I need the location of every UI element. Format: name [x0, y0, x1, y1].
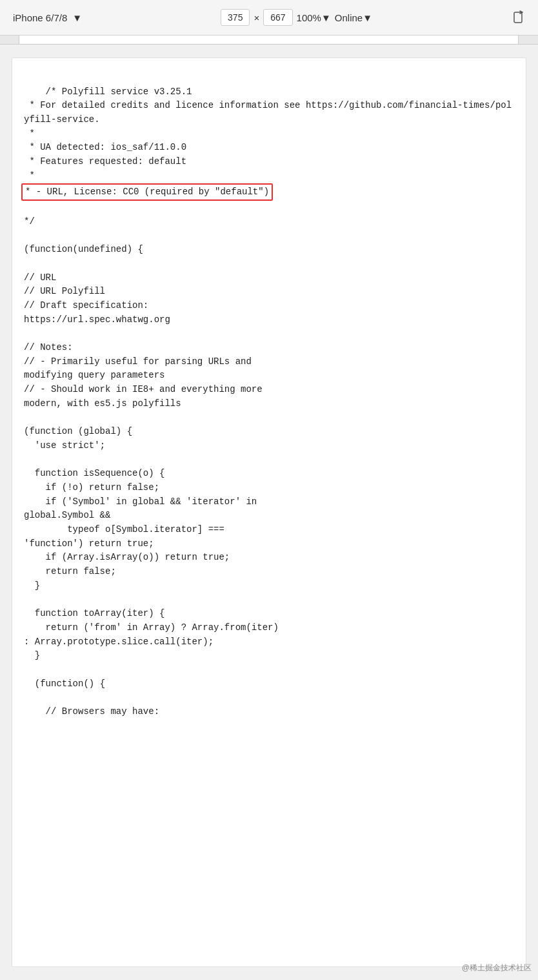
device-selector[interactable]: iPhone 6/7/8 ▼: [13, 12, 82, 23]
watermark: @稀土掘金技术社区: [462, 963, 532, 974]
device-chevron: ▼: [72, 12, 82, 23]
browser-chrome: [0, 36, 538, 45]
network-control[interactable]: Online▼: [335, 12, 372, 23]
device-label: iPhone 6/7/8: [13, 12, 67, 23]
dimension-controls: 375 × 667 100%▼ Online▼: [221, 9, 372, 26]
rotate-icon[interactable]: [511, 10, 525, 25]
svg-rect-0: [514, 12, 522, 23]
width-input[interactable]: 375: [221, 9, 250, 26]
comment-end: */ (function(undefined) { // URL // URL …: [24, 216, 279, 717]
chrome-tab: [19, 36, 519, 44]
top-bar-actions: [511, 10, 525, 25]
code-block: /* Polyfill service v3.25.1 * For detail…: [24, 71, 514, 733]
height-input[interactable]: 667: [263, 9, 292, 26]
comment-block: /* Polyfill service v3.25.1 * For detail…: [24, 87, 512, 181]
chrome-left: [0, 36, 19, 44]
chrome-right: [519, 36, 538, 44]
top-bar: iPhone 6/7/8 ▼ 375 × 667 100%▼ Online▼: [0, 0, 538, 36]
zoom-control[interactable]: 100%▼: [297, 12, 331, 23]
highlighted-line: * - URL, License: CC0 (required by "defa…: [21, 183, 273, 201]
main-content: /* Polyfill service v3.25.1 * For detail…: [12, 57, 526, 967]
times-label: ×: [254, 12, 259, 23]
